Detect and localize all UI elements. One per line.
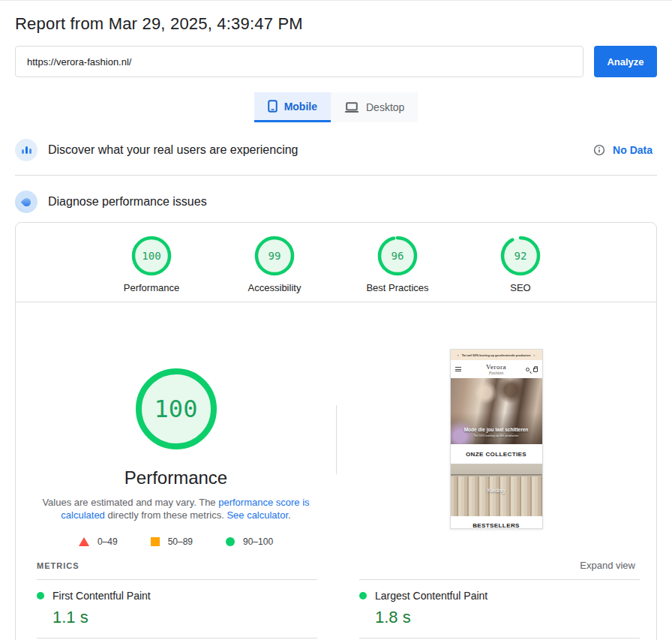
site-promo-banner: ‹ Tot wel 50% korting op geselecteerde p… xyxy=(451,350,542,360)
lab-data-section-header: Diagnose performance issues xyxy=(15,191,657,213)
no-data-label: No Data xyxy=(613,144,652,156)
performance-detail-section: 100 Performance Values are estimated and… xyxy=(16,302,656,547)
score-value: 96 xyxy=(376,235,418,277)
see-calculator-link[interactable]: See calculator xyxy=(226,509,288,521)
score-disclaimer: Values are estimated and may vary. The p… xyxy=(33,496,320,521)
expand-view-button[interactable]: Expand view xyxy=(575,559,640,572)
lab-section-title: Diagnose performance issues xyxy=(48,195,207,209)
metric-value: 1.1 s xyxy=(52,608,317,627)
field-section-title: Discover what your real users are experi… xyxy=(48,143,298,157)
score-value: 92 xyxy=(500,235,542,277)
device-tabs: Mobile Desktop xyxy=(15,92,657,122)
banner-next-arrow: › xyxy=(533,353,535,357)
metrics-header-row: METRICS Expand view xyxy=(16,547,656,579)
section-divider xyxy=(15,175,657,176)
tab-desktop-label: Desktop xyxy=(366,101,404,113)
metric-name: First Contentful Paint xyxy=(52,590,151,602)
performance-gauge-column: 100 Performance Values are estimated and… xyxy=(16,302,336,547)
legend-range: 90–100 xyxy=(243,536,273,547)
score-label: Best Practices xyxy=(366,282,428,293)
performance-main-gauge: 100 xyxy=(133,365,220,452)
legend-fail: 0–49 xyxy=(79,536,118,547)
average-square-icon xyxy=(151,537,160,546)
url-input[interactable] xyxy=(15,46,584,77)
lighthouse-report-card: 100 Performance 99 Accessibility 96 xyxy=(15,222,657,640)
score-value: 100 xyxy=(130,235,172,277)
score-range-legend: 0–49 50–89 90–100 xyxy=(79,536,273,547)
legend-average: 50–89 xyxy=(151,536,193,547)
score-gauge-performance[interactable]: 100 Performance xyxy=(110,235,194,293)
metric-value: 1.8 s xyxy=(375,608,640,627)
field-data-section-header: Discover what your real users are experi… xyxy=(15,139,657,161)
site-category-label: Kleding xyxy=(488,488,505,493)
score-gauge-best-practices[interactable]: 96 Best Practices xyxy=(356,235,440,293)
analyze-button[interactable]: Analyze xyxy=(594,46,657,77)
site-screenshot-thumbnail: ‹ Tot wel 50% korting op geselecteerde p… xyxy=(450,349,543,529)
score-value: 99 xyxy=(254,235,296,277)
pass-dot-icon xyxy=(37,592,44,599)
metrics-grid: First Contentful Paint 1.1 s Largest Con… xyxy=(16,579,656,640)
no-data-button[interactable]: No Data xyxy=(589,143,657,157)
vertical-divider xyxy=(336,405,337,474)
site-header-icons xyxy=(526,366,538,372)
site-hero-image: Mode die jou laat schitteren Tot 50% kor… xyxy=(451,378,542,444)
score-label: Performance xyxy=(124,282,179,293)
site-category-image: Kleding xyxy=(451,464,542,516)
legend-range: 0–49 xyxy=(98,536,118,547)
metric-largest-contentful-paint: Largest Contentful Paint 1.8 s xyxy=(359,579,640,638)
screenshot-column: ‹ Tot wel 50% korting op geselecteerde p… xyxy=(336,302,656,547)
diagnose-icon xyxy=(15,191,38,213)
real-users-icon xyxy=(15,139,38,161)
mobile-phone-icon xyxy=(268,100,278,113)
score-gauge-seo[interactable]: 92 SEO xyxy=(478,235,562,293)
info-icon xyxy=(593,144,605,156)
site-hero-overlay: Mode die jou laat schitteren Tot 50% kor… xyxy=(451,427,542,437)
pass-dot-icon xyxy=(359,592,367,599)
score-label: Accessibility xyxy=(248,282,302,293)
gauge-ring: 96 xyxy=(376,235,418,277)
banner-prev-arrow: ‹ xyxy=(458,353,459,357)
metrics-heading: METRICS xyxy=(37,561,80,570)
banner-text: Tot wel 50% korting op geselecteerde pro… xyxy=(462,353,531,357)
tab-desktop[interactable]: Desktop xyxy=(331,92,418,122)
disclaimer-text: Values are estimated and may vary. The xyxy=(42,497,218,508)
bar-chart-glyph xyxy=(22,146,32,154)
tab-mobile[interactable]: Mobile xyxy=(254,92,331,122)
site-bestsellers-heading: BESTSELLERS xyxy=(451,516,542,529)
cart-bag-icon xyxy=(533,368,538,372)
page-title: Report from Mar 29, 2025, 4:39:47 PM xyxy=(15,14,657,34)
legend-range: 50–89 xyxy=(168,536,193,547)
legend-pass: 90–100 xyxy=(226,536,273,547)
fail-triangle-icon xyxy=(79,537,89,546)
hamburger-menu-icon xyxy=(455,367,461,371)
metric-name: Largest Contentful Paint xyxy=(375,590,488,602)
performance-score-value: 100 xyxy=(133,365,220,452)
gauge-ring: 92 xyxy=(500,235,542,277)
disclaimer-text: . xyxy=(288,509,291,521)
gauge-ring: 99 xyxy=(254,235,296,277)
url-bar: Analyze xyxy=(15,46,657,77)
score-gauge-accessibility[interactable]: 99 Accessibility xyxy=(232,235,316,293)
category-scores-row: 100 Performance 99 Accessibility 96 xyxy=(16,223,656,293)
metric-first-contentful-paint: First Contentful Paint 1.1 s xyxy=(37,579,317,638)
desktop-laptop-icon xyxy=(344,102,359,113)
speedometer-needle-glyph xyxy=(20,196,32,208)
search-icon xyxy=(526,368,530,371)
tab-mobile-label: Mobile xyxy=(284,101,317,113)
site-hero-title: Mode die jou laat schitteren xyxy=(451,427,542,432)
performance-section-title: Performance xyxy=(124,467,227,488)
pagespeed-report-page: Report from Mar 29, 2025, 4:39:47 PM Ana… xyxy=(0,14,672,640)
pass-circle-icon xyxy=(226,537,235,546)
site-hero-subtitle: Tot 50% korting op alle producten xyxy=(451,434,542,437)
gauge-ring: 100 xyxy=(130,235,172,277)
score-label: SEO xyxy=(510,282,530,293)
site-header: Verora Fashion xyxy=(451,360,542,378)
site-collections-heading: ONZE COLLECTIES xyxy=(451,444,542,464)
disclaimer-text: directly from these metrics. xyxy=(105,509,227,521)
